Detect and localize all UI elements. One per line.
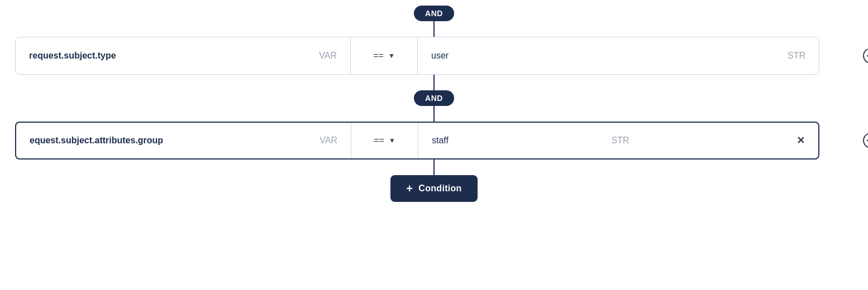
operator-label-1: ==	[373, 51, 384, 61]
chevron-down-icon-2: ▼	[389, 137, 395, 144]
value-text-1: user	[431, 51, 449, 61]
field-type-1: VAR	[319, 51, 337, 61]
value-text-2: staff	[432, 136, 449, 146]
condition-row-2: equest.subject.attributes.group VAR == ▼…	[15, 122, 819, 160]
condition-row-2-wrapper: equest.subject.attributes.group VAR == ▼…	[15, 122, 853, 160]
condition-row-1: request.subject.type VAR == ▼ user STR	[15, 37, 819, 75]
clear-value-button-2[interactable]: ✕	[797, 136, 805, 146]
field-cell-1: request.subject.type VAR	[16, 37, 351, 74]
value-type-1: STR	[788, 51, 805, 61]
value-cell-1: user STR	[418, 37, 819, 74]
operator-cell-1[interactable]: == ▼	[351, 37, 418, 74]
condition-row-1-wrapper: request.subject.type VAR == ▼ user STR	[15, 37, 853, 75]
field-name-1: request.subject.type	[29, 51, 116, 61]
flow-container: AND request.subject.type VAR == ▼ user S…	[15, 6, 853, 202]
and-badge-2[interactable]: AND	[414, 90, 454, 106]
value-type-2: STR	[611, 136, 629, 146]
connector-line-2	[433, 75, 435, 90]
add-condition-button[interactable]: + Condition	[390, 175, 477, 202]
connector-line-3	[433, 106, 435, 122]
field-cell-2: equest.subject.attributes.group VAR	[16, 123, 351, 158]
value-cell-2: staff STR ✕	[418, 123, 818, 158]
field-type-2: VAR	[319, 136, 337, 146]
remove-button-2[interactable]	[860, 129, 868, 152]
plus-icon: +	[406, 183, 413, 194]
field-name-2: equest.subject.attributes.group	[30, 136, 163, 146]
operator-cell-2[interactable]: == ▼	[351, 123, 418, 158]
add-condition-label: Condition	[418, 183, 461, 194]
remove-button-1[interactable]	[860, 45, 868, 67]
operator-label-2: ==	[374, 136, 384, 146]
chevron-down-icon-1: ▼	[388, 52, 395, 60]
connector-line-4	[433, 160, 435, 175]
connector-line-1	[433, 21, 435, 37]
and-badge-1[interactable]: AND	[414, 6, 454, 21]
